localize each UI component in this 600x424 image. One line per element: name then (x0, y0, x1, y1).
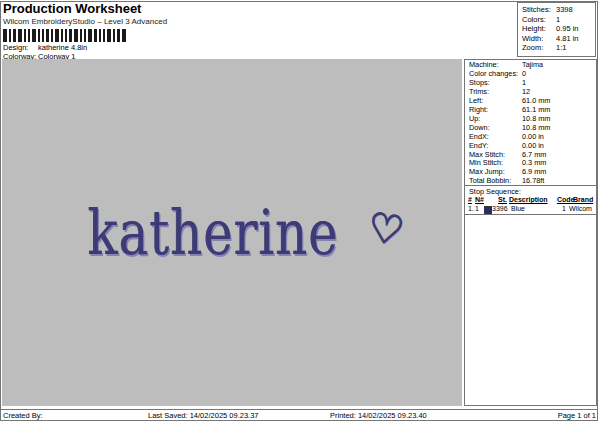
heart-icon: ♡ (365, 206, 407, 251)
stop-sequence-header: # N# St. Description Code Brand (465, 196, 596, 205)
stop-sequence-section: Stop Sequence: # N# St. Description Code… (465, 186, 596, 215)
design-label: Design: (3, 43, 38, 52)
summary-row-zoom: Zoom:1:1 (518, 43, 595, 53)
embroidery-design: katherine ♡ (60, 202, 404, 263)
footer-printed: Printed: 14/02/2025 09.23.40 (330, 411, 427, 420)
machine-info-panel: Machine:Tajima Color changes:0 Stops:1 T… (464, 59, 597, 406)
summary-row-height: Height:0.95 in (518, 24, 595, 34)
machine-row: Total Bobbin:16.78ft (465, 177, 596, 186)
summary-row-colors: Colors:1 (518, 15, 595, 25)
summary-row-width: Width:4.81 in (518, 34, 595, 44)
page-title: Production Worksheet (3, 1, 141, 16)
footer-page-number: Page 1 of 1 (558, 411, 596, 420)
barcode-icon (3, 29, 126, 42)
stop-sequence-title: Stop Sequence: (465, 187, 596, 196)
machine-stats: Machine:Tajima Color changes:0 Stops:1 T… (465, 60, 596, 186)
footer-created-by: Created By: (3, 411, 43, 420)
app-subtitle: Wilcom EmbroideryStudio – Level 3 Advanc… (3, 17, 167, 26)
design-value: katherine 4.8in (38, 43, 87, 52)
stop-sequence-row: 1. 1 3396 Blue 1 Wilcom (465, 205, 596, 214)
design-name-row: Design:katherine 4.8in (3, 43, 87, 52)
footer-last-saved: Last Saved: 14/02/2025 09.23.37 (148, 411, 259, 420)
thread-color-swatch (484, 206, 492, 214)
footer-divider (0, 409, 598, 410)
design-preview-canvas: katherine ♡ (2, 59, 462, 406)
summary-stats-box: Stitches:3398 Colors:1 Height:0.95 in Wi… (517, 2, 596, 57)
embroidery-text: katherine (87, 202, 338, 263)
summary-row-stitches: Stitches:3398 (518, 5, 595, 15)
